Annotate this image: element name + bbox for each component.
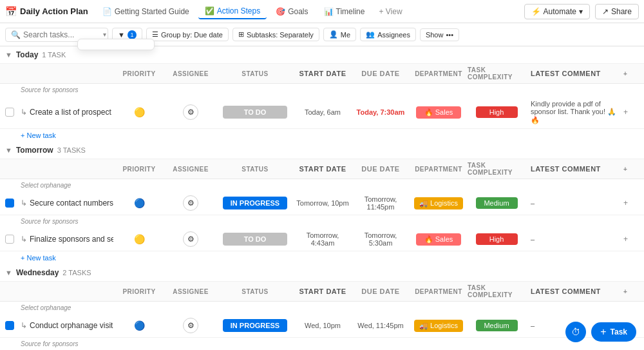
getting-started-icon: 📄: [102, 7, 112, 16]
filter-badge: 1: [128, 30, 137, 39]
assignee-avatar[interactable]: ⚙: [183, 195, 198, 211]
show-chip[interactable]: Show •••: [420, 28, 459, 41]
main-content: ▼ Today 1 TASK PRIORITY ASSIGNEE STATUS …: [0, 46, 644, 350]
task-checkbox[interactable]: [5, 199, 14, 208]
col-header-actions-t: +: [623, 166, 639, 173]
chevron-today[interactable]: ▼: [5, 51, 12, 59]
dept-badge: 🚚 Logistics: [414, 320, 463, 332]
complexity-badge: Medium: [476, 197, 518, 209]
tab-action-steps[interactable]: ✅ Action Steps: [198, 4, 267, 19]
assignees-chip[interactable]: 👥 Assignees: [360, 28, 416, 41]
group-today: ▼ Today 1 TASK PRIORITY ASSIGNEE STATUS …: [0, 46, 644, 142]
status-badge[interactable]: TO DO: [223, 106, 287, 119]
col-header-due: DUE DATE: [352, 165, 410, 173]
col-header-priority: PRIORITY: [113, 70, 165, 77]
task-name: ↳Conduct orphanage visit: [21, 321, 113, 330]
tab-timeline[interactable]: 📊 Timeline: [317, 5, 372, 19]
comment-text: –: [526, 235, 623, 243]
column-headers-tomorrow: PRIORITY ASSIGNEE STATUS START DATE DUE …: [0, 159, 644, 179]
row-actions[interactable]: +: [623, 108, 639, 117]
tab-getting-started[interactable]: 📄 Getting Started Guide: [96, 5, 196, 19]
status-badge[interactable]: IN PROGRESS: [223, 319, 287, 332]
task-count-wednesday: 2 TASKS: [62, 269, 91, 277]
subtask-icon: ↳: [21, 235, 27, 244]
dept-badge: 🚚 Logistics: [414, 197, 463, 209]
automate-button[interactable]: ⚡ Automate ▾: [524, 4, 590, 19]
section-label-wed-0: Select orphanage: [0, 302, 644, 314]
col-header-dept: DEPARTMENT: [410, 70, 468, 77]
dept-badge: 🔥 Sales: [416, 106, 461, 119]
table-row: ↳ Create a list of prospect sponsors 🟡 ⚙…: [0, 96, 644, 129]
priority-flag[interactable]: 🟡: [134, 107, 145, 117]
col-header-comment: LATEST COMMENT: [526, 165, 623, 173]
col-header-actions: +: [623, 70, 639, 77]
col-header-complexity: TASK COMPLEXITY: [468, 66, 526, 81]
section-label-wed-1: Source for sponsors: [0, 338, 644, 350]
group-by-chip[interactable]: ☰ Group by: Due date: [146, 28, 229, 41]
comment-text: –: [526, 199, 623, 207]
section-label-tomorrow-1: Source for sponsors: [0, 215, 644, 228]
due-date: Tomorrow, 11:45pm: [352, 195, 410, 211]
start-date: Tomorrow, 4:43am: [294, 231, 352, 247]
col-header-priority: PRIORITY: [113, 166, 165, 173]
add-col-icon[interactable]: +: [623, 166, 627, 173]
table-row: ↳Conduct orphanage visit 🔵 ⚙ IN PROGRESS…: [0, 314, 644, 338]
group-label-tomorrow: Tomorrow: [16, 146, 53, 155]
row-actions[interactable]: +: [623, 199, 639, 208]
row-actions[interactable]: +: [623, 235, 639, 244]
task-name: ↳Finalize sponsors and secure pledges: [21, 235, 113, 244]
task-count-tomorrow: 3 TASKS: [57, 146, 86, 154]
add-view-button[interactable]: + View: [374, 5, 407, 19]
search-chevron-icon: ▾: [103, 31, 106, 38]
assignees-icon: 👥: [366, 30, 375, 39]
share-button[interactable]: ↗ Share: [595, 4, 639, 19]
assignee-avatar[interactable]: ⚙: [183, 318, 198, 333]
task-checkbox[interactable]: [5, 235, 14, 244]
show-more-icon: •••: [446, 31, 453, 39]
section-label-today-0: Source for sponsors: [0, 84, 644, 96]
goals-icon: 🎯: [276, 7, 285, 16]
add-col-icon[interactable]: +: [623, 70, 627, 77]
table-row: ↳Secure contact numbers for point of con…: [0, 191, 644, 215]
tab-goals[interactable]: 🎯 Goals: [269, 5, 314, 19]
assignee-avatar[interactable]: ⚙: [183, 104, 198, 120]
assignee-avatar[interactable]: ⚙: [183, 231, 198, 247]
subtasks-chip[interactable]: ⊞ Subtasks: Separately: [232, 28, 319, 41]
col-header-comment: LATEST COMMENT: [526, 70, 623, 77]
task-checkbox[interactable]: [5, 108, 14, 117]
priority-flag[interactable]: 🔵: [134, 320, 145, 331]
col-header-dept: DEPARTMENT: [410, 166, 468, 173]
me-chip[interactable]: 👤 Me: [323, 28, 356, 41]
status-badge[interactable]: IN PROGRESS: [223, 197, 287, 209]
add-task-today[interactable]: + New task: [0, 129, 644, 142]
app-icon: 📅: [5, 6, 17, 17]
fab-task-label: Task: [611, 327, 627, 336]
task-checkbox[interactable]: [5, 321, 14, 330]
add-col-icon[interactable]: +: [623, 288, 627, 295]
fab-plus-icon: +: [600, 326, 606, 338]
dropdown-overlay: [77, 39, 155, 50]
due-date: Tomorrow, 5:30am: [352, 231, 410, 247]
col-header-due: DUE DATE: [352, 70, 410, 77]
priority-flag[interactable]: 🟡: [134, 234, 145, 244]
start-date: Wed, 10pm: [294, 322, 352, 329]
priority-flag[interactable]: 🔵: [134, 198, 145, 208]
status-badge[interactable]: TO DO: [223, 233, 287, 246]
group-wednesday: ▼ Wednesday 2 TASKS PRIORITY ASSIGNEE ST…: [0, 264, 644, 350]
group-header-wednesday: ▼ Wednesday 2 TASKS: [0, 264, 644, 282]
task-name: ↳Secure contact numbers for point of con…: [21, 199, 113, 208]
fab-timer-button[interactable]: ⏱: [565, 322, 586, 342]
subtasks-icon: ⊞: [238, 30, 244, 39]
group-label-today: Today: [16, 50, 38, 59]
fab-task-button[interactable]: + Task: [591, 322, 636, 342]
due-date: Wed, 11:45pm: [352, 322, 410, 329]
add-task-tomorrow[interactable]: + New task: [0, 251, 644, 264]
col-header-assignee: ASSIGNEE: [165, 166, 216, 173]
start-date: Today, 6am: [294, 108, 352, 116]
task-name: ↳ Create a list of prospect sponsors: [21, 108, 113, 117]
col-header-start: START DATE: [294, 165, 352, 173]
search-input[interactable]: [23, 30, 100, 39]
chevron-tomorrow[interactable]: ▼: [5, 146, 12, 154]
chevron-wednesday[interactable]: ▼: [5, 269, 12, 277]
timeline-icon: 📊: [324, 7, 334, 16]
